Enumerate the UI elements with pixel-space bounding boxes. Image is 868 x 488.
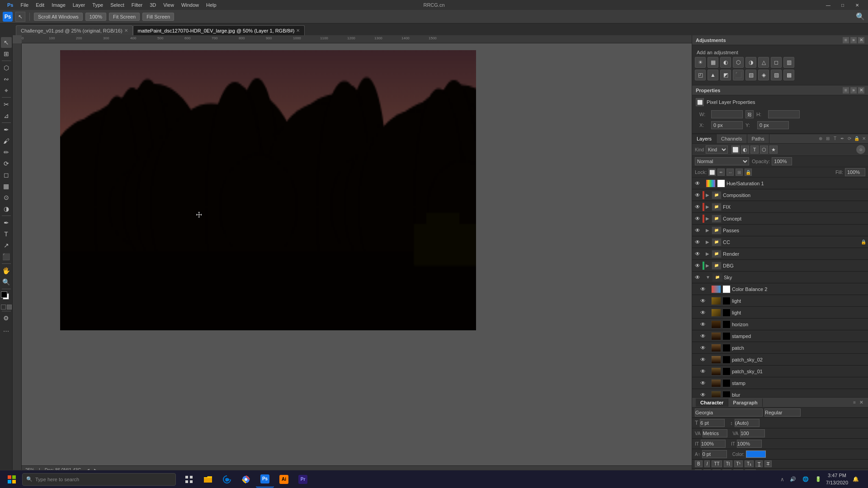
properties-close-button[interactable]: ✕ <box>858 87 864 94</box>
blend-mode-select[interactable]: Normal Multiply Screen Overlay <box>695 157 749 165</box>
channel-mixer-adj[interactable]: ▲ <box>708 70 718 80</box>
font-family-input[interactable]: Georgia <box>695 408 763 417</box>
gradient-tool[interactable]: ▦ <box>1 181 12 192</box>
layer-vis-patchsky02[interactable]: 👁 <box>699 356 707 363</box>
tab-1[interactable]: mattePaint_dsc127070-HDR_0EV_large.jpg @… <box>133 25 305 35</box>
search-button[interactable]: 🔍 <box>855 12 865 22</box>
layer-patch-sky-01[interactable]: 👁 patch_sky_01 <box>692 366 868 377</box>
maximize-button[interactable]: □ <box>835 0 850 10</box>
tab-0-close[interactable]: ✕ <box>124 28 128 33</box>
subscript-button[interactable]: T₁ <box>745 460 754 467</box>
marquee-tool[interactable]: ⬡ <box>1 62 12 73</box>
layers-panel-close[interactable]: ✕ <box>861 135 867 141</box>
menu-type[interactable]: Type <box>89 1 107 9</box>
lasso-tool[interactable]: ∾ <box>1 74 12 84</box>
lock-image-button[interactable]: ✒ <box>717 169 725 176</box>
adjustments-close-button[interactable]: ✕ <box>858 37 864 43</box>
scale-v-input[interactable] <box>737 440 762 448</box>
layers-panel-icon4[interactable]: ✒ <box>839 135 845 141</box>
layer-vis-colorbal2[interactable]: 👁 <box>699 286 707 293</box>
baseline-input[interactable] <box>702 450 727 458</box>
tray-speaker[interactable]: 🔊 <box>788 475 798 483</box>
layer-concept[interactable]: 👁 ▶ 📁 Concept <box>692 213 868 225</box>
menu-ps[interactable]: Ps <box>4 1 17 9</box>
standard-mode[interactable] <box>1 305 6 310</box>
layers-panel-icon3[interactable]: T <box>832 135 838 141</box>
adjustments-collapse-button[interactable]: ≡ <box>843 37 849 43</box>
layer-vis-cc[interactable]: 👁 <box>694 239 701 246</box>
properties-collapse-button[interactable]: ≡ <box>843 87 849 94</box>
eyedropper-tool[interactable]: ⊿ <box>1 110 12 121</box>
color-balance-adj[interactable]: ◻ <box>771 57 782 68</box>
healing-brush-tool[interactable]: ✒ <box>1 124 12 135</box>
link-wh-button[interactable]: ⛓ <box>745 110 754 118</box>
font-size-input[interactable] <box>700 419 725 427</box>
lock-transparent-button[interactable]: ⬜ <box>708 169 716 176</box>
layer-vis-stamp[interactable]: 👁 <box>699 380 707 387</box>
crop-tool[interactable]: ✂ <box>1 99 12 110</box>
taskbar-search[interactable]: 🔍 Type here to search <box>22 473 176 486</box>
levels-adj[interactable]: ▦ <box>708 57 718 68</box>
layer-vis-horizon[interactable]: 👁 <box>699 321 707 328</box>
quick-mask-mode[interactable] <box>7 305 12 310</box>
scale-h-input[interactable] <box>701 440 726 448</box>
layer-sky[interactable]: 👁 ▼ 📁 Sky <box>692 272 868 283</box>
hand-tool[interactable]: 🖐 <box>1 265 12 276</box>
filter-type-icon[interactable]: T <box>750 145 759 154</box>
filter-pixel-icon[interactable]: ⬜ <box>731 145 740 154</box>
y-input[interactable] <box>757 121 789 129</box>
posterize-adj[interactable]: ▧ <box>745 70 756 80</box>
eraser-tool[interactable]: ◻ <box>1 169 12 180</box>
history-brush-tool[interactable]: ⟳ <box>1 158 12 169</box>
brightness-contrast-adj[interactable]: ☀ <box>695 57 706 68</box>
vibrance-adj[interactable]: ◑ <box>745 57 756 68</box>
zoom-tool[interactable]: 🔍 <box>1 277 12 287</box>
gradient-map-adj[interactable]: ▨ <box>771 70 782 80</box>
layer-vis-fix[interactable]: 👁 <box>694 203 701 211</box>
layers-panel-icon5[interactable]: ⟳ <box>846 135 853 141</box>
all-caps-button[interactable]: TT <box>712 460 722 467</box>
taskbar-file-explorer[interactable] <box>199 471 217 488</box>
tab-character[interactable]: Character <box>696 399 728 407</box>
layer-vis-light1[interactable]: 👁 <box>699 297 707 305</box>
adjustments-dock-button[interactable]: » <box>850 37 857 43</box>
layer-vis-patch[interactable]: 👁 <box>699 344 707 352</box>
fill-screen-button[interactable]: Fill Screen <box>142 13 174 21</box>
tab-paragraph[interactable]: Paragraph <box>728 399 762 407</box>
tray-chevron[interactable]: ∧ <box>779 475 785 483</box>
layer-patch-sky-02[interactable]: 👁 patch_sky_02 <box>692 354 868 366</box>
layer-horizon[interactable]: 👁 horizon <box>692 319 868 330</box>
tracking-input[interactable] <box>740 429 765 437</box>
properties-dock-button[interactable]: » <box>850 87 857 94</box>
photo-filter-adj[interactable]: ◰ <box>695 70 706 80</box>
invert-adj[interactable]: ⬛ <box>733 70 744 80</box>
screen-mode-button[interactable]: ⚙ <box>1 313 12 324</box>
layer-vis-sky[interactable]: 👁 <box>694 274 701 281</box>
italic-button[interactable]: I <box>704 460 710 467</box>
bold-button[interactable]: B <box>695 460 703 467</box>
filter-shape-icon[interactable]: ⬡ <box>760 145 768 154</box>
layers-panel-icon1[interactable]: ⊕ <box>817 135 824 141</box>
layer-vis-stamped[interactable]: 👁 <box>699 333 707 340</box>
curves-adj[interactable]: ◐ <box>720 57 731 68</box>
menu-window[interactable]: Window <box>178 1 203 9</box>
start-button[interactable] <box>3 472 21 487</box>
layer-composition[interactable]: 👁 ▶ 📁 Composition <box>692 189 868 201</box>
tab-layers[interactable]: Layers <box>692 134 717 143</box>
blur-tool[interactable]: ⊙ <box>1 192 12 203</box>
lock-position-button[interactable]: ↔ <box>726 169 734 176</box>
layer-cc[interactable]: 👁 ▶ 📁 CC 🔒 <box>692 236 868 248</box>
menu-view[interactable]: View <box>160 1 178 9</box>
layer-vis-dbg[interactable]: 👁 <box>694 262 701 269</box>
exposure-adj[interactable]: ⬡ <box>733 57 744 68</box>
move-tool[interactable]: ↖ <box>1 37 12 48</box>
layers-panel-icon2[interactable]: ⊞ <box>825 135 831 141</box>
taskbar-pr[interactable]: Pr <box>294 471 312 488</box>
height-input[interactable] <box>768 110 800 118</box>
font-style-input[interactable]: Regular <box>764 408 801 417</box>
text-color-swatch[interactable] <box>746 450 766 458</box>
dodge-tool[interactable]: ◑ <box>1 203 12 214</box>
artboard-tool[interactable]: ⊞ <box>1 48 12 59</box>
layer-passes[interactable]: 👁 ▶ 📁 Passes <box>692 225 868 236</box>
taskbar-ai[interactable]: Ai <box>275 471 293 488</box>
